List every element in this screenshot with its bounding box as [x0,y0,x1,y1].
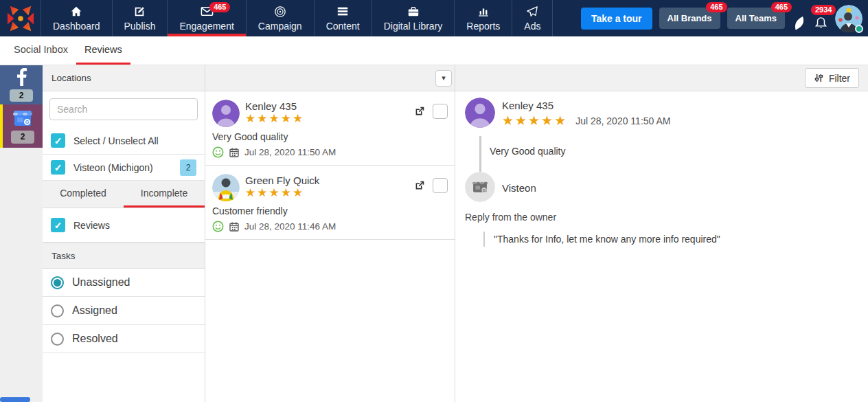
all-brands-button[interactable]: All Brands 465 [659,8,720,29]
navbar-spacer [553,0,580,36]
user-avatar[interactable] [835,5,863,32]
open-external-link-icon[interactable] [413,105,426,118]
task-filter-resolved[interactable]: Resolved [43,325,205,353]
reviews-app: Dashboard Publish 465 Engagement Campaig… [0,0,868,402]
review-select-checkbox[interactable] [433,178,448,193]
feedback-leaf-icon[interactable] [792,16,807,31]
all-teams-button[interactable]: All Teams 465 [727,8,785,29]
review-date: Jul 28, 2020 11:50 AM [244,147,336,157]
radio-label: Resolved [72,333,118,345]
assigned-radio[interactable] [51,304,64,317]
google-business-count-badge: 2 [11,131,34,143]
nav-item-campaign[interactable]: Campaign [247,0,315,36]
nav-item-label: Ads [524,21,540,32]
location-row-visteon[interactable]: ✓ Visteon (Michigon) 2 [43,154,205,181]
channel-google-business[interactable]: G 2 [0,104,43,148]
task-filter-assigned[interactable]: Assigned [43,297,205,325]
tab-completed[interactable]: Completed [43,181,124,208]
radio-label: Unassigned [72,276,130,289]
review-text: Very Good quality [490,146,566,157]
reviewer-avatar [465,98,495,128]
review-date: Jul 28, 2020 11:50 AM [575,115,670,126]
all-brands-label: All Brands [667,13,712,23]
tab-reviews[interactable]: Reviews [76,36,130,65]
task-filter-unassigned[interactable]: Unassigned [43,269,205,297]
nav-item-reports[interactable]: Reports [455,0,512,36]
channel-rail: 2 G 2 [0,65,43,402]
calendar-icon [229,147,240,158]
tab-label: Reviews [84,44,122,55]
take-a-tour-button[interactable]: Take a tour [581,8,652,30]
filter-label: Filter [829,73,850,84]
section-tabbar: Social Inbox Reviews [0,36,868,65]
owner-name: Visteon [502,180,536,194]
select-all-row: ✓ Select / Unselect All [43,127,205,154]
calendar-icon [229,221,240,232]
nav-item-engagement[interactable]: 465 Engagement [168,0,246,36]
review-detail-panel: Filter Kenley 435 ★★★★★ Jul 28, 2020 11:… [455,65,868,402]
locations-panel: Locations ✓ Select / Unselect All ✓ Vist… [43,65,205,402]
review-list-toolbar: ▾ [205,65,455,91]
engagement-count-badge: 465 [209,2,230,12]
all-teams-label: All Teams [735,13,777,23]
open-external-link-icon[interactable] [413,179,426,192]
nav-item-content[interactable]: Content [315,0,372,36]
reviews-filter-label: Reviews [73,220,110,231]
nav-item-publish[interactable]: Publish [113,0,168,36]
star-rating: ★★★★★ [245,186,319,200]
nav-item-label: Publish [124,21,156,32]
all-teams-count-badge: 465 [771,2,792,12]
horizontal-scrollbar-thumb[interactable] [0,397,30,402]
nav-item-label: Digital Library [384,21,443,32]
location-search-input[interactable] [49,98,198,120]
sentiment-smiley-icon [212,146,224,158]
unassigned-radio[interactable] [51,276,64,289]
review-text: Customer friendly [212,205,448,216]
location-name: Visteon (Michigon) [73,162,153,173]
tab-social-inbox[interactable]: Social Inbox [5,36,76,65]
svg-text:G: G [483,188,486,192]
select-all-checkbox[interactable]: ✓ [51,133,65,148]
notifications-bell-icon[interactable]: 2934 [814,16,828,30]
review-list-panel: ▾ Kenley 435 ★★★★★ [205,65,455,402]
status-tabs: Completed Incomplete [43,181,205,208]
main-content: 2 G 2 Locations [0,65,868,402]
brand-logo[interactable] [0,0,41,36]
nav-item-digital-library[interactable]: Digital Library [372,0,455,36]
bulk-actions-dropdown-button[interactable]: ▾ [435,70,452,87]
locations-panel-header: Locations [43,65,205,91]
sentiment-smiley-icon [212,221,224,232]
nav-item-ads[interactable]: Ads [512,0,553,36]
navbar-right-cluster: Take a tour All Brands 465 All Teams 465… [581,0,868,36]
facebook-icon [16,68,27,86]
all-brands-count-badge: 465 [706,2,727,12]
review-card-kenley[interactable]: Kenley 435 ★★★★★ Very Good quality [205,91,455,166]
nav-item-dashboard[interactable]: Dashboard [41,0,113,36]
tab-incomplete[interactable]: Incomplete [124,181,205,208]
resolved-radio[interactable] [51,333,64,346]
channel-facebook[interactable]: 2 [0,65,43,104]
review-text: Very Good quality [212,131,448,142]
reviewer-name: Kenley 435 [245,100,304,112]
top-navbar: Dashboard Publish 465 Engagement Campaig… [0,0,868,36]
reply-from-owner-label: Reply from the owner [465,212,858,223]
nav-item-label: Dashboard [53,21,100,32]
briefcase-icon [407,5,420,18]
filter-button[interactable]: Filter [805,68,859,88]
nav-item-label: Campaign [258,21,302,32]
nav-item-label: Content [326,21,360,32]
location-checkbox[interactable]: ✓ [51,160,65,175]
review-card-green-fly-quick[interactable]: Green Fly Quick ★★★★★ Customer friendly [205,166,455,240]
reviewer-name: Green Fly Quick [245,174,319,186]
paper-plane-icon [526,5,538,18]
owner-reply-text: "Thanks for Info, let me know any more i… [483,232,858,247]
reviews-checkbox[interactable]: ✓ [51,218,65,232]
locations-title: Locations [52,73,91,83]
home-icon [70,5,82,18]
tab-label: Completed [60,188,106,199]
review-select-checkbox[interactable] [433,104,448,119]
location-search-wrap [43,91,205,127]
reviewer-avatar [212,174,240,201]
review-date: Jul 28, 2020 11:46 AM [244,221,336,232]
star-rating: ★★★★★ [245,112,304,126]
